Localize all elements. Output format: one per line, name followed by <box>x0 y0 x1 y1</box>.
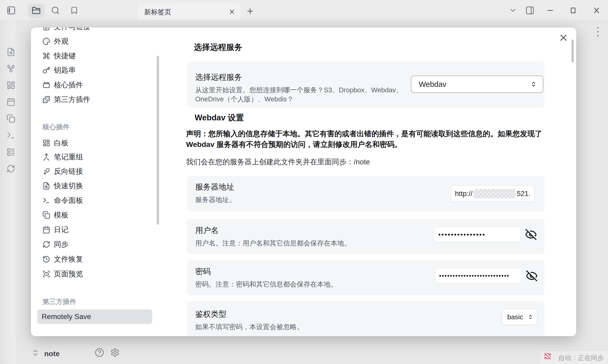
url-prefix: http:// <box>455 190 473 198</box>
nav-label: 命令面板 <box>54 196 83 205</box>
nav-item-note-composer[interactable]: 笔记重组 <box>37 151 153 163</box>
more-options-icon[interactable] <box>597 27 599 36</box>
nav-item-canvas[interactable]: 白板 <box>37 137 153 149</box>
nav-item-keychain[interactable]: 钥匙串 <box>37 64 153 76</box>
nav-item-files-links[interactable]: 文件与链接 <box>37 28 153 32</box>
modal-close-icon[interactable] <box>558 32 569 43</box>
nav-item-templates[interactable]: 模板 <box>37 209 153 221</box>
webdav-heading: Webdav 设置 <box>195 112 244 123</box>
nav-item-community-plugins[interactable]: 第三方插件 <box>37 94 153 105</box>
url-suffix: 521. <box>517 190 530 198</box>
server-address-input[interactable]: http:// 521. <box>451 186 534 202</box>
nav-item-file-recovery[interactable]: 文件恢复 <box>37 254 153 265</box>
nav-label: 笔记重组 <box>54 152 83 162</box>
scan-eye-icon <box>42 270 50 278</box>
nav-label: 外观 <box>54 36 68 46</box>
file-cog-icon <box>42 28 50 31</box>
folder-icon <box>32 6 41 15</box>
vault-switcher-chevrons-icon[interactable] <box>31 349 39 357</box>
setting-name: 用户名 <box>195 225 219 236</box>
chevrons-up-down-icon <box>528 314 533 320</box>
settings-gear-icon[interactable] <box>110 348 120 357</box>
window-close-icon[interactable] <box>592 6 601 15</box>
redacted-url <box>474 189 516 198</box>
setting-name: 选择远程服务 <box>195 72 242 83</box>
setting-username: 用户名 用户名。注意：用户名和其它信息都会保存在本地。 ••••••••••••… <box>187 219 544 254</box>
key-icon <box>42 66 50 74</box>
settings-modal: 文件与链接 外观 快捷键 钥匙串 核心插件 第三方插件 核心插件 白 <box>31 28 576 336</box>
canvas-dashboard-icon[interactable] <box>7 81 15 90</box>
history-icon <box>42 255 50 263</box>
eye-off-icon[interactable] <box>526 270 538 282</box>
setting-desc: 密码。注意：密码和其它信息都会保存在本地。 <box>195 280 337 289</box>
nav-item-sync[interactable]: 同步 <box>37 239 153 250</box>
nav-item-command-palette[interactable]: 命令面板 <box>37 195 153 206</box>
auth-type-select[interactable]: basic <box>502 309 537 325</box>
calendar-icon[interactable] <box>7 98 15 106</box>
copy-icon[interactable] <box>7 114 15 123</box>
masked-username: ••••••••••••••• <box>438 231 486 239</box>
setting-name: 密码 <box>195 266 211 277</box>
nav-label: 钥匙串 <box>54 65 76 75</box>
palette-icon <box>42 37 50 45</box>
panel-right-toggle-icon[interactable] <box>525 6 535 15</box>
chevrons-up-down-icon <box>530 81 537 88</box>
nav-label: 快捷键 <box>54 51 76 61</box>
graph-fork-icon[interactable] <box>7 64 15 73</box>
setting-name: 服务器地址 <box>195 182 234 192</box>
nav-item-quick-switcher[interactable]: 快速切换 <box>37 180 153 192</box>
new-tab-plus-icon[interactable] <box>246 7 254 15</box>
terminal-icon <box>42 197 50 204</box>
tab-close-icon[interactable] <box>228 8 236 15</box>
section-title: 选择远程服务 <box>194 42 242 53</box>
setting-name: 鉴权类型 <box>195 309 226 320</box>
setting-auth-type: 鉴权类型 如果不填写密码，本设置会被忽略。 basic <box>187 301 544 336</box>
nav-item-hotkeys[interactable]: 快捷键 <box>37 50 153 62</box>
sync-off-icon[interactable] <box>544 353 551 360</box>
password-input[interactable]: •••••••••••••••••••••••••• <box>435 268 521 283</box>
vault-folder-button[interactable] <box>28 3 45 18</box>
tab-list-chevron-icon[interactable] <box>509 6 517 14</box>
sync-status-text[interactable]: 自动：正在同步 <box>558 354 604 362</box>
setting-desc: 用户名。注意：用户名和其它信息都会保存在本地。 <box>195 239 351 248</box>
nav-header-core-plugins: 核心插件 <box>42 123 69 131</box>
nav-item-appearance[interactable]: 外观 <box>37 36 153 47</box>
toy-brick-icon <box>42 81 50 89</box>
masked-password: •••••••••••••••••••••••••• <box>439 272 509 280</box>
nav-scrollbar[interactable] <box>157 56 159 225</box>
calendar-icon <box>42 226 50 234</box>
window-minimize-icon[interactable] <box>546 6 554 15</box>
left-ribbon <box>0 20 16 364</box>
setting-desc: 从这里开始设置。您想连接到哪一个服务？S3、Dropbox、Webdav、One… <box>195 86 424 104</box>
content-scrollbar[interactable] <box>572 40 574 62</box>
command-icon <box>42 52 50 60</box>
nav-label: 同步 <box>54 239 68 249</box>
service-select-value: Webdav <box>419 80 446 89</box>
copy-icon <box>42 211 50 219</box>
nav-label: 反向链接 <box>54 166 83 176</box>
panel-left-toggle-icon[interactable] <box>7 6 16 15</box>
eye-off-icon[interactable] <box>525 229 537 240</box>
service-select[interactable]: Webdav <box>411 75 543 93</box>
nav-label: 文件与链接 <box>54 28 90 32</box>
username-input[interactable]: ••••••••••••••• <box>435 227 521 242</box>
nav-item-daily-notes[interactable]: 日记 <box>37 224 153 236</box>
nav-item-page-preview[interactable]: 页面预览 <box>37 268 153 280</box>
file-search-icon[interactable] <box>7 48 15 56</box>
setting-desc: 如果不填写密码，本设置会被忽略。 <box>195 322 303 332</box>
window-maximize-icon[interactable] <box>569 6 577 14</box>
backlink-icon <box>42 167 50 175</box>
sync-refresh-icon[interactable] <box>7 164 15 173</box>
search-icon[interactable] <box>51 6 60 15</box>
terminal-icon[interactable] <box>7 131 15 140</box>
vault-name[interactable]: note <box>44 350 60 358</box>
help-icon[interactable] <box>95 348 104 357</box>
nav-item-core-plugins[interactable]: 核心插件 <box>37 79 153 91</box>
bookmark-icon[interactable] <box>70 6 78 15</box>
layout-list-icon[interactable] <box>7 148 15 157</box>
tab-new-tab[interactable]: 新标签页 <box>138 3 240 20</box>
nav-item-backlinks[interactable]: 反向链接 <box>37 166 153 177</box>
nav-item-remotely-save[interactable]: Remotely Save <box>37 309 152 324</box>
nav-label: 模板 <box>54 210 68 220</box>
nav-label: 第三方插件 <box>54 95 90 105</box>
